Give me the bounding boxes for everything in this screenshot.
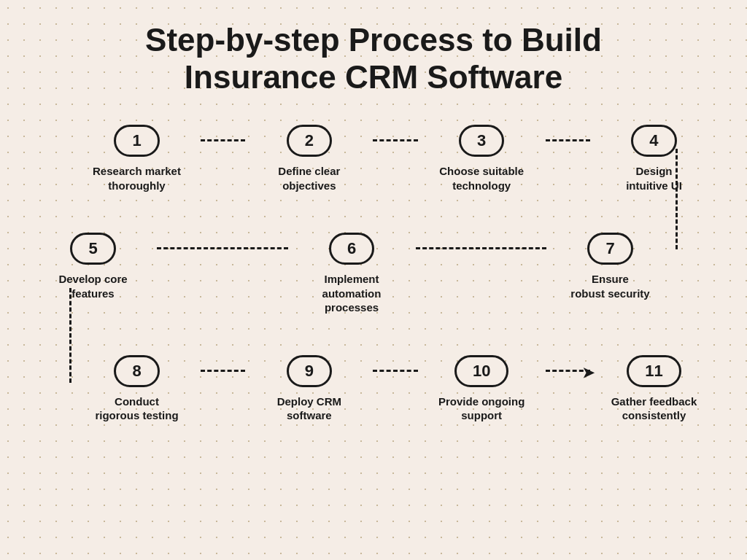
- step-group-10: 10 Provide ongoingsupport: [418, 355, 546, 423]
- step-group-5: 5 Develop corefeatures: [29, 233, 157, 300]
- step-label-6: Implementautomationprocesses: [322, 272, 382, 315]
- step-label-3: Choose suitabletechnology: [439, 164, 524, 192]
- vertical-connector-right: [676, 149, 678, 249]
- diagram: 1 Research marketthoroughly 2 Define cle…: [29, 125, 718, 423]
- step-bubble-4: 4: [631, 125, 676, 157]
- connector-8-9: [201, 370, 245, 372]
- step-bubble-5: 5: [70, 233, 115, 265]
- step-label-7: Ensurerobust security: [570, 272, 649, 300]
- step-group-6: 6 Implementautomationprocesses: [288, 233, 416, 315]
- step-group-1: 1 Research marketthoroughly: [73, 125, 201, 192]
- arrow-right-icon: ➤: [582, 364, 595, 381]
- step-bubble-3: 3: [459, 125, 504, 157]
- step-bubble-10: 10: [454, 355, 508, 387]
- step-group-8: 8 Conductrigorous testing: [73, 355, 201, 423]
- connector-1-2: [201, 139, 245, 141]
- step-label-1: Research marketthoroughly: [93, 164, 181, 192]
- step-label-2: Define clearobjectives: [278, 164, 340, 192]
- step-bubble-8: 8: [114, 355, 159, 387]
- step-label-11: Gather feedbackconsistently: [611, 394, 697, 423]
- row-3: 8 Conductrigorous testing 9 Deploy CRMso…: [29, 355, 718, 423]
- page: Step-by-step Process to Build Insurance …: [0, 0, 747, 560]
- step-label-8: Conductrigorous testing: [95, 394, 178, 423]
- step-bubble-9: 9: [287, 355, 332, 387]
- step-label-4: Designintuitive UI: [626, 164, 682, 192]
- step-bubble-1: 1: [114, 125, 159, 157]
- connector-7-6: [416, 247, 547, 249]
- connector-2-3: [373, 139, 417, 141]
- step-bubble-11: 11: [627, 355, 681, 387]
- step-group-2: 2 Define clearobjectives: [245, 125, 373, 192]
- step-group-11: 11 Gather feedbackconsistently: [590, 355, 718, 423]
- connector-6-5: [157, 247, 288, 249]
- connector-9-10: [373, 370, 417, 372]
- page-title: Step-by-step Process to Build Insurance …: [29, 22, 718, 96]
- row-1: 1 Research marketthoroughly 2 Define cle…: [29, 125, 718, 192]
- step-bubble-2: 2: [287, 125, 332, 157]
- step-bubble-7: 7: [587, 233, 632, 265]
- step-group-3: 3 Choose suitabletechnology: [418, 125, 546, 192]
- step-label-10: Provide ongoingsupport: [438, 394, 525, 423]
- step-bubble-6: 6: [329, 233, 374, 265]
- vertical-connector-left: [69, 288, 71, 383]
- connector-3-4: [546, 139, 590, 141]
- connector-10-11: ➤: [546, 370, 590, 372]
- step-group-9: 9 Deploy CRMsoftware: [245, 355, 373, 423]
- row-2: 7 Ensurerobust security 6 Implementautom…: [29, 233, 718, 315]
- step-label-9: Deploy CRMsoftware: [277, 394, 341, 423]
- step-group-7: 7 Ensurerobust security: [546, 233, 674, 300]
- step-group-4: 4 Designintuitive UI: [590, 125, 718, 192]
